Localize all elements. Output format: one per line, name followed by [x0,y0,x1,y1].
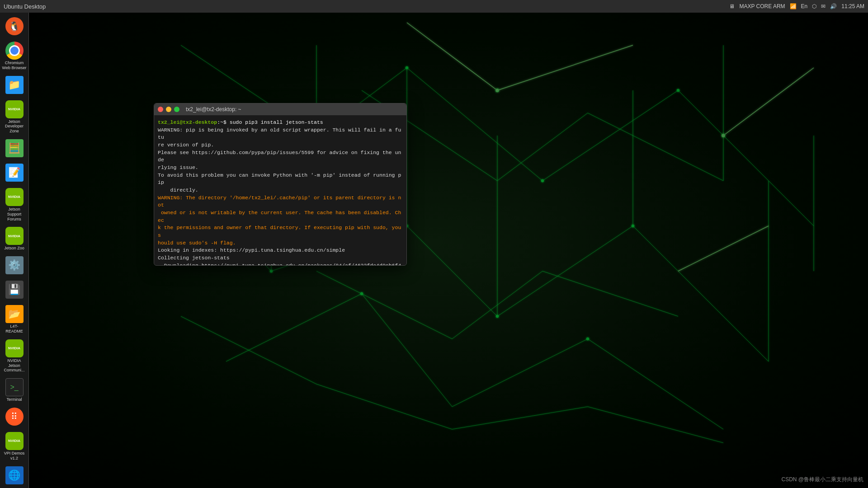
volume-icon: 🔊 [830,3,837,9]
nvidia-zoo-label: Jetson Zoo [4,246,24,251]
close-button[interactable] [158,107,163,112]
calc-icon: 🧮 [5,139,24,157]
minimize-button[interactable] [166,107,171,112]
sidebar-item-settings[interactable]: ⚙️ [1,254,28,277]
svg-point-42 [496,315,499,318]
terminal-line-5: To avoid this problem you can invoke Pyt… [158,172,403,187]
svg-point-45 [586,338,589,340]
terminal-line-7: WARNING: The directory '/home/tx2_lei/.c… [158,194,403,209]
nvidia-icon-tray: 🖥 [729,3,735,9]
sidebar-item-nvidia-support[interactable]: NVIDIA Jetson Support Forums [1,186,28,223]
wifi-icon: 📶 [790,3,797,9]
svg-line-2 [407,68,542,181]
system-label: MAXP CORE ARM [739,3,785,9]
svg-line-13 [588,339,723,429]
sidebar-item-home[interactable]: 🐧 [1,15,28,38]
files-icon: 📁 [5,76,24,94]
browser-icon: 🌐 [5,466,24,484]
writer-icon: 📝 [5,164,24,182]
svg-line-10 [226,294,362,361]
terminal-line-1: WARNING: pip is being invoked by an old … [158,127,403,141]
vpi-label: VPI Demos v1.2 [2,451,27,461]
nvidia-comms-icon: NVIDIA [5,339,24,357]
l4t-label: L4T-README [2,324,27,334]
svg-point-44 [360,292,363,295]
chromium-label: Chromium Web Browser [2,61,27,70]
home-icon: 🐧 [5,17,24,35]
nvidia-support-icon: NVIDIA [5,188,24,206]
sidebar-item-files2[interactable]: 💾 [1,279,28,301]
topbar-right: 🖥 MAXP CORE ARM 📶 En ⬡ ✉ 🔊 11:25 AM [729,3,864,9]
sidebar-item-calc[interactable]: 🧮 [1,137,28,160]
apps-icon: ⠿ [5,408,24,426]
svg-line-35 [678,226,769,271]
svg-point-46 [495,89,499,92]
watermark: CSDN @鲁棒最小二乘支持向量机 [781,476,863,483]
sidebar-item-nvidia-comms[interactable]: NVIDIA NVIDIA Jetson Communi... [1,338,28,375]
svg-point-40 [270,270,273,272]
sidebar-item-vpi[interactable]: NVIDIA VPI Demos v1.2 [1,430,28,463]
terminal-line-3: Please see https://github.com/pypa/pip/i… [158,149,403,164]
svg-line-25 [316,271,452,339]
sidebar: 🐧 Chromium Web Browser 📁 NVIDIA Jetson D… [0,13,29,488]
svg-line-32 [407,23,497,90]
l4t-icon: 📂 [5,305,24,323]
topbar: Ubuntu Desktop 🖥 MAXP CORE ARM 📶 En ⬡ ✉ … [0,0,868,13]
terminal-line-9: k the permissions and owner of that dire… [158,224,403,239]
files2-icon: 💾 [5,281,24,299]
svg-line-4 [678,90,814,226]
svg-line-31 [588,407,723,443]
terminal-line-6: directly. [158,187,403,194]
sidebar-item-nvidia-jetson-dev[interactable]: NVIDIA Jetson Developer Zone [1,99,28,136]
nvidia-jetson-dev-label: Jetson Developer Zone [2,119,27,134]
svg-line-3 [542,90,678,181]
sidebar-item-browser[interactable]: 🌐 [1,465,28,487]
terminal-titlebar: tx2_lei@tx2-desktop: ~ [154,103,406,115]
chromium-icon [5,42,24,60]
sidebar-item-chromium[interactable]: Chromium Web Browser [1,40,28,72]
svg-point-37 [406,66,408,69]
terminal-line-12: Collecting jetson-stats [158,254,403,262]
svg-line-26 [452,271,542,339]
cmd-0: :~$ sudo pip3 install jetson-stats [217,119,323,125]
prompt-0: tx2_lei@tx2-desktop [158,119,217,125]
terminal-line-8: owned or is not writable by the current … [158,209,403,224]
svg-line-23 [497,113,588,181]
keyboard-layout: En [801,3,808,9]
sidebar-item-apps[interactable]: ⠿ [1,406,28,428]
nvidia-comms-label: NVIDIA Jetson Communi... [2,358,27,373]
svg-line-9 [633,226,769,361]
chromium-icon-wrap [5,42,24,60]
terminal-line-0: tx2_lei@tx2-desktop:~$ sudo pip3 install… [158,119,403,127]
terminal-line-13: Downloading https://pypi.tuna.tsinghua.e… [158,262,403,265]
sidebar-item-terminal[interactable]: >_ Terminal [1,376,28,404]
sidebar-item-files[interactable]: 📁 [1,74,28,97]
terminal-body[interactable]: tx2_lei@tx2-desktop:~$ sudo pip3 install… [154,115,406,265]
mail-icon: ✉ [821,3,826,9]
settings-icon: ⚙️ [5,256,24,274]
svg-line-30 [452,407,588,429]
svg-line-34 [723,68,814,136]
svg-point-39 [677,89,679,92]
sidebar-item-nvidia-zoo[interactable]: NVIDIA Jetson Zoo [1,225,28,253]
terminal-label: Terminal [6,397,22,402]
terminal-line-10: hould use sudo's -H flag. [158,239,403,247]
sidebar-item-l4t[interactable]: 📂 L4T-README [1,303,28,336]
desktop-title: Ubuntu Desktop [4,3,46,10]
svg-point-38 [541,179,544,182]
svg-line-11 [362,294,452,407]
clock: 11:25 AM [841,3,864,9]
maximize-button[interactable] [174,107,179,112]
topbar-left: Ubuntu Desktop [4,3,46,10]
bluetooth-icon: ⬡ [812,3,816,9]
svg-line-27 [542,271,678,316]
svg-line-12 [452,339,588,407]
terminal-title: tx2_lei@tx2-desktop: ~ [186,106,241,113]
svg-line-29 [316,384,452,429]
nvidia-zoo-icon: NVIDIA [5,227,24,245]
terminal-line-4: rlying issue. [158,164,403,172]
nvidia-support-label: Jetson Support Forums [2,207,27,221]
svg-line-24 [588,113,723,181]
sidebar-item-writer[interactable]: 📝 [1,162,28,184]
background-decoration [0,0,868,488]
